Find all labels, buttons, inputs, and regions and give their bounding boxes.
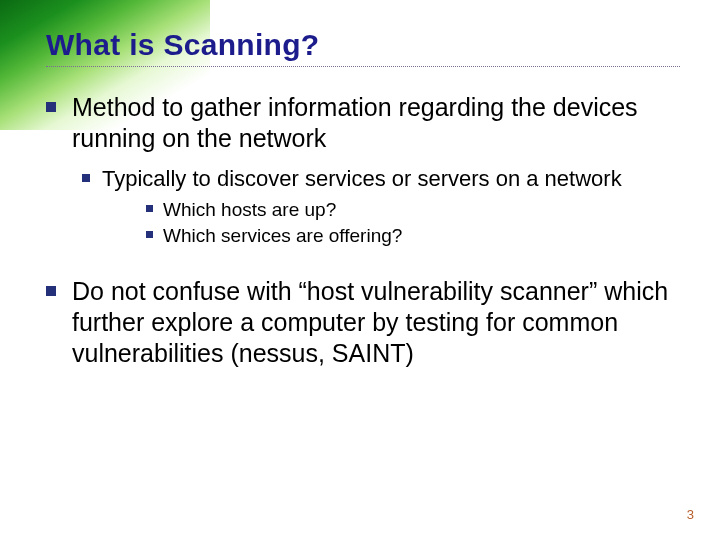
slide: What is Scanning? Method to gather infor… — [0, 0, 720, 540]
spacer — [46, 250, 680, 276]
bullet-text: Which services are offering? — [163, 224, 402, 248]
page-number: 3 — [687, 507, 694, 522]
square-bullet-icon — [46, 286, 56, 296]
bullet-text: Which hosts are up? — [163, 198, 336, 222]
title-area: What is Scanning? — [46, 28, 680, 67]
bullet-level1: Method to gather information regarding t… — [46, 92, 680, 155]
square-bullet-icon — [82, 174, 90, 182]
square-bullet-icon — [146, 205, 153, 212]
bullet-text: Typically to discover services or server… — [102, 165, 622, 193]
slide-body: Method to gather information regarding t… — [46, 92, 680, 379]
title-underline — [46, 66, 680, 67]
bullet-text: Do not confuse with “host vulnerability … — [72, 276, 680, 370]
square-bullet-icon — [146, 231, 153, 238]
bullet-level1: Do not confuse with “host vulnerability … — [46, 276, 680, 370]
bullet-text: Method to gather information regarding t… — [72, 92, 680, 155]
bullet-level2: Typically to discover services or server… — [82, 165, 680, 193]
square-bullet-icon — [46, 102, 56, 112]
bullet-level3: Which services are offering? — [146, 224, 680, 248]
slide-title: What is Scanning? — [46, 28, 680, 64]
bullet-level3: Which hosts are up? — [146, 198, 680, 222]
